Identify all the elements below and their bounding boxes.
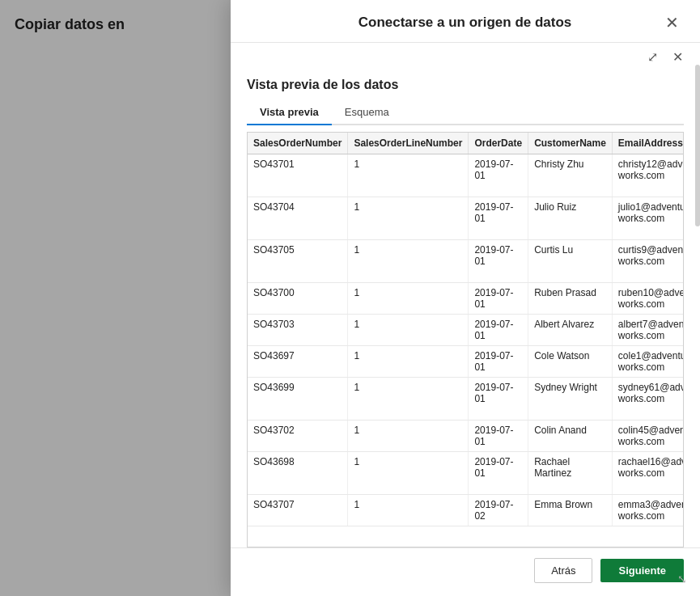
scrollbar[interactable] <box>695 65 700 226</box>
section-title: Vista previa de los datos <box>247 66 684 100</box>
modal-footer: Atrás Siguiente <box>231 547 700 596</box>
modal-overlay: Conectarse a un origen de datos ✕ ⤢ ✕ Vi… <box>0 0 700 596</box>
cell-customername: Albert Alvarez <box>528 315 613 346</box>
cell-salesordernumber: SO43704 <box>248 197 348 240</box>
cell-salesorderlinenumber: 1 <box>348 240 469 283</box>
cell-salesordernumber: SO43699 <box>248 378 348 421</box>
tabs: Vista previa Esquema <box>247 100 684 125</box>
table-row: SO4370512019-07-01Curtis Lucurtis9@adven… <box>248 240 684 283</box>
col-header-salesorderlinenumber: SalesOrderLineNumber <box>348 133 469 154</box>
col-header-emailaddress: EmailAddress <box>612 133 684 154</box>
tab-esquema[interactable]: Esquema <box>332 100 402 125</box>
table-row: SO4370012019-07-01Ruben Prasadruben10@ad… <box>248 283 684 315</box>
cell-salesordernumber: SO43697 <box>248 346 348 378</box>
modal: Conectarse a un origen de datos ✕ ⤢ ✕ Vi… <box>231 0 700 596</box>
cell-salesorderlinenumber: 1 <box>348 197 469 240</box>
cell-salesordernumber: SO43707 <box>248 495 348 526</box>
cell-orderdate: 2019-07-01 <box>469 378 528 421</box>
cell-salesorderlinenumber: 1 <box>348 154 469 197</box>
data-table: SalesOrderNumber SalesOrderLineNumber Or… <box>248 133 684 526</box>
cell-salesorderlinenumber: 1 <box>348 378 469 421</box>
cell-orderdate: 2019-07-01 <box>469 452 528 495</box>
cell-salesordernumber: SO43700 <box>248 283 348 315</box>
cell-customername: Julio Ruiz <box>528 197 613 240</box>
table-row: SO4369912019-07-01Sydney Wrightsydney61@… <box>248 378 684 421</box>
cell-salesorderlinenumber: 1 <box>348 315 469 346</box>
cell-orderdate: 2019-07-01 <box>469 154 528 197</box>
cell-orderdate: 2019-07-01 <box>469 240 528 283</box>
next-button[interactable]: Siguiente <box>600 559 684 582</box>
cell-salesorderlinenumber: 1 <box>348 452 469 495</box>
cell-customername: Rachael Martinez <box>528 452 613 495</box>
cell-orderdate: 2019-07-01 <box>469 197 528 240</box>
col-header-orderdate: OrderDate <box>469 133 528 154</box>
cell-salesorderlinenumber: 1 <box>348 346 469 378</box>
cell-emailaddress: sydney61@adventure-works.com <box>612 378 684 421</box>
table-row: SO4370312019-07-01Albert Alvarezalbert7@… <box>248 315 684 346</box>
cell-salesordernumber: SO43701 <box>248 154 348 197</box>
resize-handle[interactable]: ⤡ <box>677 573 689 585</box>
table-row: SO4369712019-07-01Cole Watsoncole1@adven… <box>248 346 684 378</box>
cell-salesordernumber: SO43705 <box>248 240 348 283</box>
data-table-wrapper[interactable]: SalesOrderNumber SalesOrderLineNumber Or… <box>247 132 684 547</box>
table-row: SO4370412019-07-01Julio Ruizjulio1@adven… <box>248 197 684 240</box>
cell-emailaddress: colin45@adventure-works.com <box>612 421 684 452</box>
cell-emailaddress: emma3@adventure-works.com <box>612 495 684 526</box>
cell-salesorderlinenumber: 1 <box>348 283 469 315</box>
cell-salesordernumber: SO43702 <box>248 421 348 452</box>
cell-orderdate: 2019-07-01 <box>469 283 528 315</box>
cell-customername: Ruben Prasad <box>528 283 613 315</box>
table-header-row: SalesOrderNumber SalesOrderLineNumber Or… <box>248 133 684 154</box>
cell-salesordernumber: SO43698 <box>248 452 348 495</box>
cell-emailaddress: rachael16@adventure-works.com <box>612 452 684 495</box>
back-button[interactable]: Atrás <box>534 558 592 583</box>
modal-body: Vista previa de los datos Vista previa E… <box>231 66 700 547</box>
cell-orderdate: 2019-07-01 <box>469 346 528 378</box>
table-row: SO4370712019-07-02Emma Brownemma3@advent… <box>248 495 684 526</box>
col-header-customername: CustomerName <box>528 133 613 154</box>
cell-customername: Sydney Wright <box>528 378 613 421</box>
table-row: SO4370212019-07-01Colin Anandcolin45@adv… <box>248 421 684 452</box>
cell-emailaddress: ruben10@adventure-works.com <box>612 283 684 315</box>
cell-customername: Emma Brown <box>528 495 613 526</box>
expand-button[interactable]: ⤢ <box>643 48 662 66</box>
cell-customername: Cole Watson <box>528 346 613 378</box>
cell-orderdate: 2019-07-02 <box>469 495 528 526</box>
table-row: SO4369812019-07-01Rachael Martinezrachae… <box>248 452 684 495</box>
cell-customername: Colin Anand <box>528 421 613 452</box>
modal-title: Conectarse a un origen de datos <box>269 15 660 31</box>
tab-vista-previa[interactable]: Vista previa <box>247 100 332 125</box>
modal-toolbar: ⤢ ✕ <box>231 43 700 66</box>
cell-salesorderlinenumber: 1 <box>348 421 469 452</box>
cell-emailaddress: julio1@adventure-works.com <box>612 197 684 240</box>
col-header-salesordernumber: SalesOrderNumber <box>248 133 348 154</box>
cell-emailaddress: christy12@adventure-works.com <box>612 154 684 197</box>
cell-emailaddress: cole1@adventure-works.com <box>612 346 684 378</box>
cell-emailaddress: albert7@adventure-works.com <box>612 315 684 346</box>
close2-button[interactable]: ✕ <box>668 48 687 66</box>
cell-salesorderlinenumber: 1 <box>348 495 469 526</box>
cell-salesordernumber: SO43703 <box>248 315 348 346</box>
cell-customername: Christy Zhu <box>528 154 613 197</box>
modal-close-button[interactable]: ✕ <box>660 13 684 32</box>
cell-emailaddress: curtis9@adventure-works.com <box>612 240 684 283</box>
modal-header: Conectarse a un origen de datos ✕ <box>231 0 700 43</box>
cell-orderdate: 2019-07-01 <box>469 421 528 452</box>
table-row: SO4370112019-07-01Christy Zhuchristy12@a… <box>248 154 684 197</box>
cell-orderdate: 2019-07-01 <box>469 315 528 346</box>
cell-customername: Curtis Lu <box>528 240 613 283</box>
